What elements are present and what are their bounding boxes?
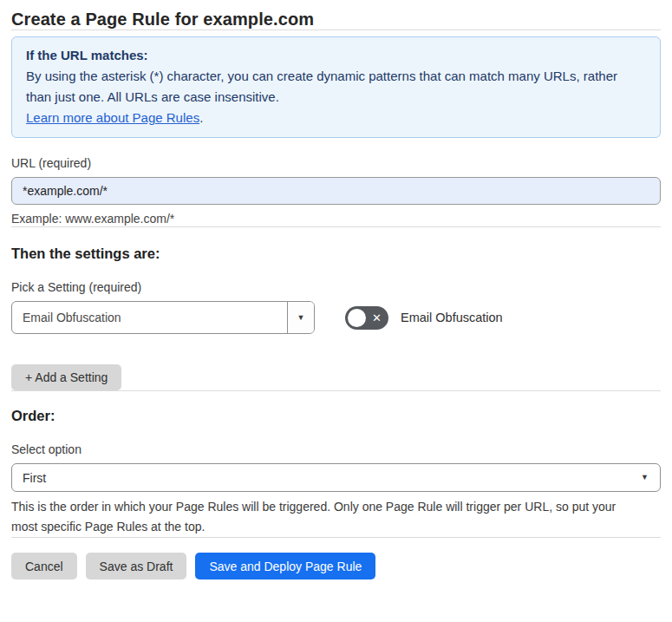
setting-select[interactable]: Email Obfuscation ▼ (11, 301, 315, 334)
section-divider (11, 226, 661, 227)
url-example-text: Example: www.example.com/* (11, 211, 661, 226)
x-icon: ✕ (372, 312, 382, 324)
create-page-rule-form: Create a Page Rule for example.com If th… (0, 9, 672, 579)
section-divider (11, 390, 661, 391)
setting-select-value: Email Obfuscation (12, 311, 287, 324)
page-title: Create a Page Rule for example.com (11, 9, 661, 29)
url-input[interactable] (11, 177, 661, 205)
learn-more-link[interactable]: Learn more about Page Rules (26, 110, 199, 125)
save-deploy-button[interactable]: Save and Deploy Page Rule (195, 553, 375, 579)
save-draft-button[interactable]: Save as Draft (86, 553, 187, 579)
footer-divider (11, 537, 661, 538)
link-period: . (199, 110, 203, 125)
url-match-info-box: If the URL matches: By using the asteris… (11, 36, 661, 138)
order-select[interactable]: First ▼ (11, 463, 661, 492)
settings-heading: Then the settings are: (11, 245, 661, 262)
order-select-value: First (12, 471, 641, 485)
order-help-text: This is the order in which your Page Rul… (11, 497, 644, 537)
select-option-label: Select option (11, 442, 661, 457)
setting-row: Email Obfuscation ▼ ✕ Email Obfuscation (11, 301, 661, 334)
info-box-link-line: Learn more about Page Rules. (26, 108, 646, 128)
pick-setting-label: Pick a Setting (required) (11, 279, 661, 295)
footer-actions: Cancel Save as Draft Save and Deploy Pag… (11, 553, 661, 579)
caret-down-icon: ▼ (641, 474, 649, 481)
info-box-body: By using the asterisk (*) character, you… (26, 66, 646, 108)
url-label: URL (required) (11, 155, 661, 171)
toggle-knob (348, 309, 366, 327)
add-setting-button[interactable]: + Add a Setting (11, 364, 121, 390)
header-divider (11, 29, 661, 30)
setting-select-arrow-button[interactable]: ▼ (287, 302, 314, 333)
info-box-heading: If the URL matches: (26, 45, 646, 66)
order-heading: Order: (11, 407, 661, 424)
toggle-label: Email Obfuscation (401, 311, 503, 324)
cancel-button[interactable]: Cancel (11, 553, 77, 579)
email-obfuscation-toggle[interactable]: ✕ (345, 306, 388, 330)
caret-down-icon: ▼ (297, 314, 305, 322)
